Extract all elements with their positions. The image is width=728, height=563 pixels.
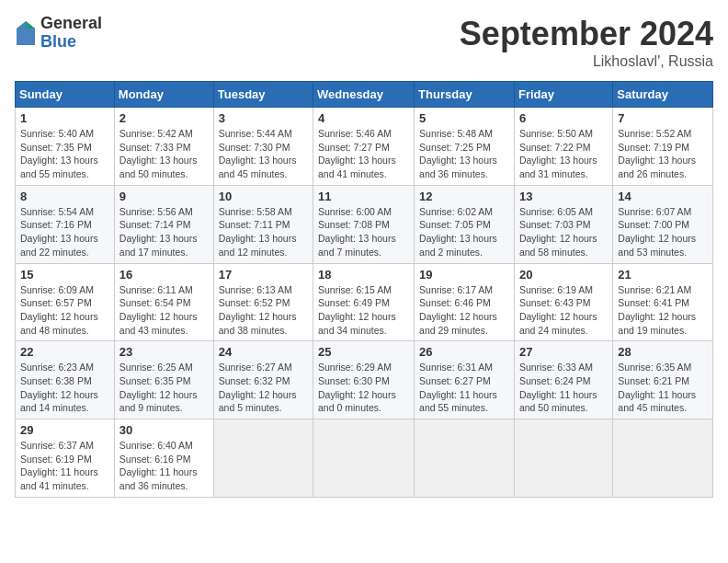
day-number: 27	[519, 345, 608, 359]
day-number: 18	[318, 268, 409, 282]
calendar-row-5: 29 Sunrise: 6:37 AM Sunset: 6:19 PM Dayl…	[16, 419, 713, 498]
month-title: September 2024	[460, 15, 713, 53]
day-info: Sunrise: 6:35 AM Sunset: 6:21 PM Dayligh…	[618, 361, 708, 415]
calendar-cell: 30 Sunrise: 6:40 AM Sunset: 6:16 PM Dayl…	[114, 419, 213, 498]
day-number: 26	[419, 345, 509, 359]
col-saturday: Saturday	[613, 82, 713, 108]
day-info: Sunrise: 6:23 AM Sunset: 6:38 PM Dayligh…	[20, 361, 109, 415]
day-number: 30	[119, 423, 209, 437]
calendar-header-row: Sunday Monday Tuesday Wednesday Thursday…	[16, 82, 713, 108]
day-info: Sunrise: 6:37 AM Sunset: 6:19 PM Dayligh…	[20, 439, 109, 493]
calendar-cell: 25 Sunrise: 6:29 AM Sunset: 6:30 PM Dayl…	[313, 341, 415, 419]
logo-text: General Blue	[40, 15, 102, 52]
day-number: 11	[318, 190, 409, 203]
calendar-cell	[415, 419, 515, 498]
day-number: 12	[419, 190, 509, 203]
day-info: Sunrise: 6:09 AM Sunset: 6:57 PM Dayligh…	[20, 283, 109, 338]
day-number: 20	[519, 268, 608, 282]
calendar-table: Sunday Monday Tuesday Wednesday Thursday…	[15, 81, 713, 498]
day-info: Sunrise: 6:27 AM Sunset: 6:32 PM Dayligh…	[219, 361, 308, 415]
calendar-cell: 13 Sunrise: 6:05 AM Sunset: 7:03 PM Dayl…	[514, 185, 612, 263]
calendar-cell: 22 Sunrise: 6:23 AM Sunset: 6:38 PM Dayl…	[16, 341, 115, 419]
logo-icon	[15, 19, 37, 47]
calendar-cell: 27 Sunrise: 6:33 AM Sunset: 6:24 PM Dayl…	[514, 341, 612, 419]
day-info: Sunrise: 6:05 AM Sunset: 7:03 PM Dayligh…	[519, 205, 608, 259]
calendar-cell: 6 Sunrise: 5:50 AM Sunset: 7:22 PM Dayli…	[514, 108, 612, 186]
logo-blue-text: Blue	[40, 33, 102, 52]
day-number: 21	[618, 268, 708, 282]
calendar-cell: 4 Sunrise: 5:46 AM Sunset: 7:27 PM Dayli…	[313, 108, 415, 186]
day-info: Sunrise: 6:07 AM Sunset: 7:00 PM Dayligh…	[618, 205, 708, 259]
day-info: Sunrise: 6:25 AM Sunset: 6:35 PM Dayligh…	[119, 361, 209, 415]
day-info: Sunrise: 6:11 AM Sunset: 6:54 PM Dayligh…	[119, 283, 209, 338]
day-number: 5	[419, 111, 509, 125]
calendar-cell: 10 Sunrise: 5:58 AM Sunset: 7:11 PM Dayl…	[213, 185, 313, 263]
calendar-cell: 1 Sunrise: 5:40 AM Sunset: 7:35 PM Dayli…	[16, 108, 115, 186]
calendar-cell: 20 Sunrise: 6:19 AM Sunset: 6:43 PM Dayl…	[514, 263, 612, 341]
calendar-row-1: 1 Sunrise: 5:40 AM Sunset: 7:35 PM Dayli…	[16, 108, 713, 186]
day-number: 8	[20, 190, 109, 203]
calendar-cell: 15 Sunrise: 6:09 AM Sunset: 6:57 PM Dayl…	[16, 263, 115, 341]
calendar-cell: 12 Sunrise: 6:02 AM Sunset: 7:05 PM Dayl…	[415, 185, 515, 263]
calendar-cell	[613, 419, 713, 498]
day-number: 28	[618, 345, 708, 359]
calendar-cell: 28 Sunrise: 6:35 AM Sunset: 6:21 PM Dayl…	[613, 341, 713, 419]
day-info: Sunrise: 5:50 AM Sunset: 7:22 PM Dayligh…	[519, 127, 608, 181]
day-info: Sunrise: 6:21 AM Sunset: 6:41 PM Dayligh…	[618, 283, 708, 338]
location: Likhoslavl', Russia	[460, 53, 713, 70]
calendar-cell	[213, 419, 313, 498]
day-number: 3	[219, 111, 308, 125]
calendar-row-3: 15 Sunrise: 6:09 AM Sunset: 6:57 PM Dayl…	[16, 263, 713, 341]
day-info: Sunrise: 5:48 AM Sunset: 7:25 PM Dayligh…	[419, 127, 509, 181]
calendar-cell: 23 Sunrise: 6:25 AM Sunset: 6:35 PM Dayl…	[114, 341, 213, 419]
calendar-cell: 3 Sunrise: 5:44 AM Sunset: 7:30 PM Dayli…	[213, 108, 313, 186]
day-info: Sunrise: 6:33 AM Sunset: 6:24 PM Dayligh…	[519, 361, 608, 415]
day-info: Sunrise: 5:40 AM Sunset: 7:35 PM Dayligh…	[20, 127, 109, 181]
day-number: 17	[219, 268, 308, 282]
logo-general-text: General	[40, 15, 102, 33]
day-info: Sunrise: 5:44 AM Sunset: 7:30 PM Dayligh…	[219, 127, 308, 181]
day-number: 15	[20, 268, 109, 282]
day-number: 16	[119, 268, 209, 282]
calendar-cell: 21 Sunrise: 6:21 AM Sunset: 6:41 PM Dayl…	[613, 263, 713, 341]
logo: General Blue	[15, 15, 102, 52]
day-number: 1	[20, 111, 109, 125]
day-number: 7	[618, 111, 708, 125]
calendar-cell: 9 Sunrise: 5:56 AM Sunset: 7:14 PM Dayli…	[114, 185, 213, 263]
day-number: 19	[419, 268, 509, 282]
day-info: Sunrise: 6:40 AM Sunset: 6:16 PM Dayligh…	[119, 439, 209, 493]
day-number: 24	[219, 345, 308, 359]
calendar-cell: 7 Sunrise: 5:52 AM Sunset: 7:19 PM Dayli…	[613, 108, 713, 186]
day-number: 2	[119, 111, 209, 125]
svg-marker-1	[26, 21, 35, 29]
day-number: 4	[318, 111, 409, 125]
day-number: 22	[20, 345, 109, 359]
day-number: 29	[20, 423, 109, 437]
calendar-cell: 29 Sunrise: 6:37 AM Sunset: 6:19 PM Dayl…	[16, 419, 115, 498]
day-info: Sunrise: 6:19 AM Sunset: 6:43 PM Dayligh…	[519, 283, 608, 338]
col-thursday: Thursday	[415, 82, 515, 108]
calendar-cell: 11 Sunrise: 6:00 AM Sunset: 7:08 PM Dayl…	[313, 185, 415, 263]
calendar-cell: 24 Sunrise: 6:27 AM Sunset: 6:32 PM Dayl…	[213, 341, 313, 419]
day-info: Sunrise: 6:17 AM Sunset: 6:46 PM Dayligh…	[419, 283, 509, 338]
day-number: 25	[318, 345, 409, 359]
calendar-cell	[313, 419, 415, 498]
day-info: Sunrise: 6:31 AM Sunset: 6:27 PM Dayligh…	[419, 361, 509, 415]
day-number: 13	[519, 190, 608, 203]
day-info: Sunrise: 5:56 AM Sunset: 7:14 PM Dayligh…	[119, 205, 209, 259]
title-block: September 2024 Likhoslavl', Russia	[460, 15, 713, 70]
day-info: Sunrise: 5:46 AM Sunset: 7:27 PM Dayligh…	[318, 127, 409, 181]
col-sunday: Sunday	[16, 82, 115, 108]
calendar-cell: 8 Sunrise: 5:54 AM Sunset: 7:16 PM Dayli…	[16, 185, 115, 263]
day-number: 6	[519, 111, 608, 125]
calendar-cell	[514, 419, 612, 498]
day-number: 14	[618, 190, 708, 203]
calendar-cell: 2 Sunrise: 5:42 AM Sunset: 7:33 PM Dayli…	[114, 108, 213, 186]
day-number: 9	[119, 190, 209, 203]
day-info: Sunrise: 6:15 AM Sunset: 6:49 PM Dayligh…	[318, 283, 409, 338]
day-info: Sunrise: 6:13 AM Sunset: 6:52 PM Dayligh…	[219, 283, 308, 338]
calendar-cell: 19 Sunrise: 6:17 AM Sunset: 6:46 PM Dayl…	[415, 263, 515, 341]
calendar-cell: 26 Sunrise: 6:31 AM Sunset: 6:27 PM Dayl…	[415, 341, 515, 419]
calendar-row-2: 8 Sunrise: 5:54 AM Sunset: 7:16 PM Dayli…	[16, 185, 713, 263]
calendar-cell: 18 Sunrise: 6:15 AM Sunset: 6:49 PM Dayl…	[313, 263, 415, 341]
